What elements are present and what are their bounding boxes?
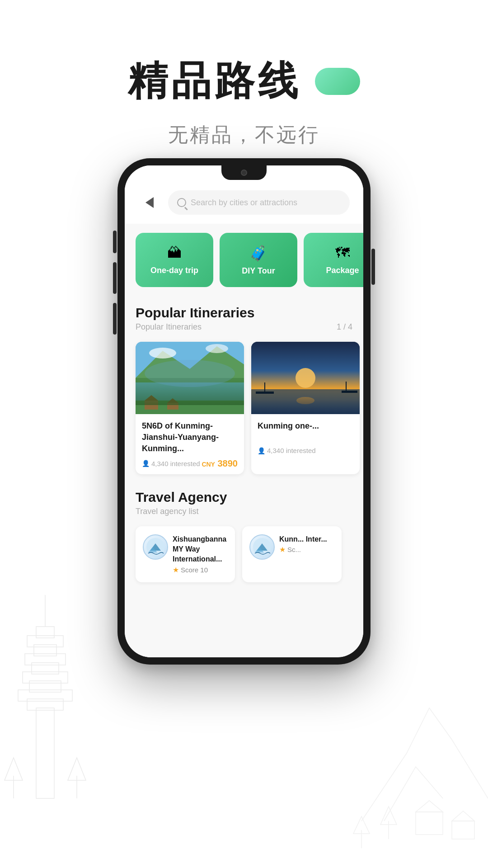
agency-cards-scroll: Xishuangbanna MY Way International... ★ … [125, 520, 363, 596]
score-star-icon-1: ★ [173, 566, 179, 574]
phone-notch [221, 165, 267, 180]
svg-marker-30 [167, 398, 178, 403]
travel-agency-header: Travel Agency Travel agency list [125, 481, 363, 520]
phone-screen: Search by cities or attractions 🏔 One-da… [125, 165, 363, 657]
svg-rect-37 [256, 392, 274, 394]
itinerary-cards-scroll: 5N6D of Kunming-Jianshui-Yuanyang-Kunmin… [125, 335, 363, 481]
front-camera [241, 170, 247, 176]
itinerary-card-2[interactable]: Kunming one-... 👤 4,340 interested [251, 342, 360, 474]
svg-point-31 [149, 348, 176, 359]
svg-rect-35 [251, 389, 360, 414]
svg-rect-7 [34, 645, 56, 656]
category-package[interactable]: 🗺 Package [304, 233, 363, 287]
interested-count-2: 4,340 interested [267, 447, 316, 454]
svg-rect-3 [29, 681, 61, 692]
svg-marker-16 [416, 801, 443, 812]
one-day-label: One-day trip [150, 266, 198, 275]
pagination-indicator: 1 / 4 [337, 322, 352, 332]
agency-info-2: Kunn... Inter... ★ Sc... [249, 534, 334, 560]
category-one-day-trip[interactable]: 🏔 One-day trip [136, 233, 213, 287]
person-icon-2: 👤 [258, 447, 265, 454]
svg-rect-29 [167, 403, 178, 410]
card-interested-2: 👤 4,340 interested [258, 447, 316, 454]
search-icon [177, 198, 186, 207]
svg-rect-17 [452, 821, 474, 839]
card-title-2: Kunming one-... [258, 420, 353, 443]
package-label: Package [326, 266, 359, 275]
svg-rect-0 [36, 708, 54, 798]
svg-rect-15 [416, 812, 443, 835]
svg-rect-27 [145, 401, 158, 410]
phone-mockup: Search by cities or attractions 🏔 One-da… [117, 158, 371, 665]
diy-label: DIY Tour [242, 266, 275, 276]
svg-point-32 [206, 344, 228, 353]
volume-down-button [113, 303, 117, 335]
popular-itineraries-header: Popular Itineraries Popular Itineraries … [125, 296, 363, 335]
card-meta-2: 👤 4,340 interested [258, 447, 353, 454]
interested-count-1: 4,340 interested [151, 460, 200, 467]
agency-logo-1 [143, 534, 168, 560]
score-text-2: Sc... [287, 546, 301, 553]
score-text-1: Score 10 [181, 566, 208, 574]
card-info-1: 5N6D of Kunming-Jianshui-Yuanyang-Kunmin… [136, 414, 244, 474]
package-icon: 🗺 [335, 245, 350, 261]
price-currency-1: CNY [202, 461, 215, 468]
svg-rect-6 [25, 654, 66, 665]
card-image-2 [251, 342, 360, 414]
card-meta-1: 👤 4,340 interested CNY 3890 [142, 458, 238, 469]
card-info-2: Kunming one-... 👤 4,340 interested [251, 414, 360, 460]
svg-rect-9 [36, 627, 54, 638]
agency-name-1: Xishuangbanna MY Way International... [173, 534, 228, 565]
card-interested-1: 👤 4,340 interested [142, 460, 200, 467]
itinerary-card-1[interactable]: 5N6D of Kunming-Jianshui-Yuanyang-Kunmin… [136, 342, 244, 474]
main-title: 精品路线 [128, 54, 301, 108]
volume-up-button [113, 262, 117, 294]
popular-itineraries-title: Popular Itineraries [136, 305, 352, 321]
back-arrow-icon [145, 197, 154, 208]
one-day-icon: 🏔 [167, 245, 182, 261]
card-title-1: 5N6D of Kunming-Jianshui-Yuanyang-Kunmin… [142, 420, 238, 455]
travel-agency-subtitle: Travel agency list [136, 507, 352, 516]
svg-rect-5 [32, 663, 59, 674]
search-input-box[interactable]: Search by cities or attractions [168, 190, 350, 215]
card-price-1: CNY 3890 [202, 458, 238, 469]
svg-point-36 [296, 397, 314, 404]
back-button[interactable] [138, 191, 161, 214]
title-badge [315, 68, 360, 95]
person-icon: 👤 [142, 460, 150, 467]
svg-rect-38 [342, 391, 357, 393]
travel-agency-title: Travel Agency [136, 490, 352, 505]
agency-name-2: Kunn... Inter... [279, 534, 334, 544]
svg-rect-8 [27, 636, 63, 647]
agency-text-2: Kunn... Inter... ★ Sc... [279, 534, 334, 554]
screen-content: Search by cities or attractions 🏔 One-da… [125, 165, 363, 657]
score-star-icon-2: ★ [279, 545, 286, 554]
svg-marker-18 [452, 811, 474, 821]
card-image-1 [136, 342, 244, 414]
svg-point-34 [296, 368, 315, 388]
category-section: 🏔 One-day trip 🧳 DIY Tour 🗺 Package [125, 224, 363, 296]
svg-rect-1 [27, 699, 63, 710]
category-diy-tour[interactable]: 🧳 DIY Tour [220, 233, 297, 287]
phone-outer-shell: Search by cities or attractions 🏔 One-da… [117, 158, 371, 665]
agency-score-1: ★ Score 10 [173, 566, 228, 574]
agency-card-2[interactable]: Kunn... Inter... ★ Sc... [242, 526, 342, 582]
subtitle: 无精品，不远行 [0, 122, 488, 148]
popular-itineraries-subtitle: Popular Itineraries [136, 322, 202, 332]
agency-score-2: ★ Sc... [279, 545, 334, 554]
svg-rect-2 [18, 690, 72, 701]
diy-icon: 🧳 [249, 245, 267, 262]
section-subtitle-row: Popular Itineraries 1 / 4 [136, 322, 352, 332]
svg-marker-28 [145, 395, 158, 401]
search-placeholder: Search by cities or attractions [191, 198, 297, 208]
price-value-1: 3890 [218, 458, 238, 468]
agency-logo-2 [249, 534, 275, 560]
svg-rect-26 [136, 382, 244, 401]
agency-card-1[interactable]: Xishuangbanna MY Way International... ★ … [136, 526, 235, 582]
power-button [371, 249, 375, 285]
agency-info-1: Xishuangbanna MY Way International... ★ … [143, 534, 228, 574]
agency-text-1: Xishuangbanna MY Way International... ★ … [173, 534, 228, 574]
mute-button [113, 231, 117, 253]
title-container: 精品路线 [128, 54, 360, 108]
header-section: 精品路线 无精品，不远行 [0, 0, 488, 175]
